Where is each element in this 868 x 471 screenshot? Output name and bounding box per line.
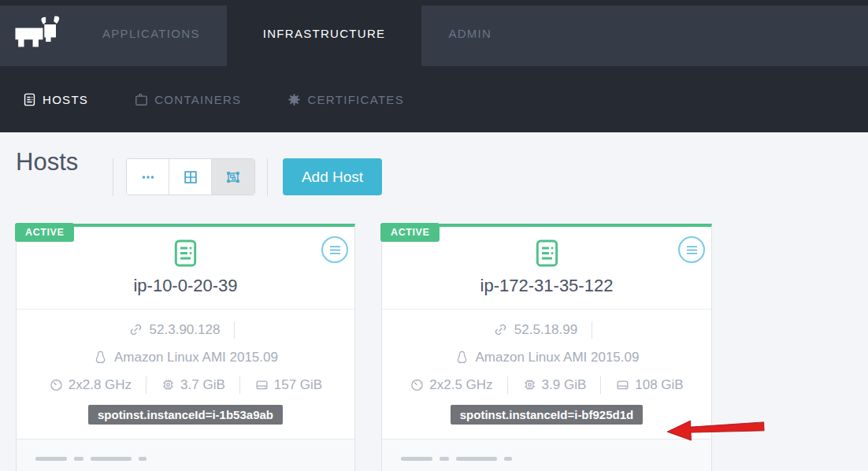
host-ip: 52.5.18.99 — [514, 322, 577, 338]
host-name: ip-172-31-35-122 — [382, 276, 711, 296]
host-ip: 52.3.90.128 — [150, 322, 221, 338]
toolbar-divider — [113, 158, 113, 196]
disk-spec: 157 GiB — [254, 377, 322, 393]
memory-spec: 3.9 GiB — [522, 377, 587, 393]
separator — [592, 321, 592, 339]
expanded-view-icon — [224, 169, 242, 186]
host-cpu: 2x2.5 GHz — [429, 377, 492, 393]
host-card: ACTIVE ip-172-31-35-122 52 — [381, 224, 712, 471]
subnav-label: HOSTS — [43, 93, 88, 106]
grid-view-button[interactable] — [169, 159, 212, 195]
host-ip-row: 52.5.18.99 — [382, 316, 711, 343]
host-menu-button[interactable] — [678, 236, 705, 263]
list-view-button[interactable] — [127, 159, 169, 195]
cpu-spec: 2x2.5 GHz — [410, 377, 492, 393]
link-icon — [493, 322, 508, 337]
host-memory: 3.9 GiB — [542, 377, 587, 393]
status-badge: ACTIVE — [15, 223, 74, 242]
separator — [239, 376, 240, 394]
host-tag-row: spotinst.instanceId=i-1b53a9ab — [17, 405, 354, 425]
host-disk: 108 GiB — [635, 377, 683, 393]
memory-spec: 3.7 GiB — [161, 377, 225, 393]
server-icon — [532, 258, 562, 271]
toolbar-divider — [267, 158, 268, 196]
host-name: ip-10-0-20-39 — [17, 276, 354, 296]
certificates-icon — [287, 92, 302, 107]
containers-icon — [134, 92, 149, 107]
disk-icon — [254, 377, 269, 392]
subnav-item-certificates[interactable]: CERTIFICATES — [287, 92, 404, 107]
gauge-icon — [410, 377, 425, 392]
subnav-label: CONTAINERS — [154, 93, 241, 106]
cpu-spec: 2x2.8 GHz — [49, 377, 132, 393]
clipped-footer-text — [35, 457, 147, 461]
hosts-icon — [22, 92, 37, 107]
tab-applications[interactable]: APPLICATIONS — [76, 0, 227, 66]
tab-admin[interactable]: ADMIN — [421, 0, 518, 66]
hamburger-icon — [685, 245, 699, 255]
subnav-label: CERTIFICATES — [307, 93, 404, 106]
separator — [600, 376, 601, 394]
rancher-hosts-page: APPLICATIONS INFRASTRUCTURE ADMIN HOSTS … — [0, 0, 868, 471]
status-badge: ACTIVE — [380, 223, 440, 242]
host-card-info: 52.3.90.128 Amazon Linux AMI 2015.09 — [17, 310, 354, 399]
host-card-info: 52.5.18.99 Amazon Linux AMI 2015.09 — [382, 310, 711, 399]
separator — [146, 376, 147, 394]
cow-icon — [12, 15, 64, 51]
hamburger-icon — [328, 245, 342, 255]
host-tag-row: spotinst.instanceId=i-bf925d1d — [382, 405, 711, 425]
gauge-icon — [49, 377, 64, 392]
memory-chip-icon — [522, 377, 537, 392]
host-menu-button[interactable] — [321, 236, 348, 263]
host-label-tag: spotinst.instanceId=i-1b53a9ab — [88, 405, 283, 425]
host-memory: 3.7 GiB — [180, 377, 225, 393]
host-cpu: 2x2.8 GHz — [69, 377, 132, 393]
host-os: Amazon Linux AMI 2015.09 — [476, 350, 640, 365]
host-specs-row: 2x2.5 GHz 3.9 GiB — [382, 371, 711, 399]
host-card-footer — [382, 439, 711, 471]
host-label-tag: spotinst.instanceId=i-bf925d1d — [451, 405, 643, 425]
host-ip-row: 52.3.90.128 — [17, 316, 354, 343]
tab-infrastructure[interactable]: INFRASTRUCTURE — [227, 0, 422, 66]
host-os: Amazon Linux AMI 2015.09 — [114, 350, 278, 365]
host-card: ACTIVE ip-10-0-20-39 52.3. — [16, 224, 355, 471]
memory-chip-icon — [161, 377, 176, 392]
disk-spec: 108 GiB — [615, 377, 683, 393]
add-host-button[interactable]: Add Host — [283, 158, 382, 195]
separator — [507, 376, 508, 394]
annotation-arrow-icon — [665, 416, 766, 444]
link-icon — [128, 322, 143, 337]
host-card-footer — [17, 439, 354, 471]
linux-penguin-icon — [454, 350, 469, 365]
hosts-toolbar: Hosts — [0, 132, 868, 227]
clipped-footer-text — [401, 457, 512, 461]
server-icon — [170, 258, 201, 271]
top-nav: APPLICATIONS INFRASTRUCTURE ADMIN — [0, 0, 868, 66]
host-disk: 157 GiB — [274, 377, 322, 393]
host-os-row: Amazon Linux AMI 2015.09 — [382, 343, 711, 371]
page-title: Hosts — [16, 148, 78, 176]
grid-view-icon — [182, 169, 199, 186]
subnav-item-containers[interactable]: CONTAINERS — [134, 92, 241, 107]
disk-icon — [615, 377, 630, 392]
host-specs-row: 2x2.8 GHz 3.7 GiB — [17, 371, 354, 399]
separator — [234, 321, 235, 339]
list-view-icon — [139, 169, 157, 186]
view-toggle-group — [126, 158, 255, 195]
infrastructure-subnav: HOSTS CONTAINERS — [0, 66, 868, 132]
host-os-row: Amazon Linux AMI 2015.09 — [17, 343, 354, 371]
expanded-view-button[interactable] — [212, 159, 254, 195]
linux-penguin-icon — [93, 350, 108, 365]
rancher-logo[interactable] — [0, 0, 76, 66]
subnav-item-hosts[interactable]: HOSTS — [22, 92, 88, 107]
